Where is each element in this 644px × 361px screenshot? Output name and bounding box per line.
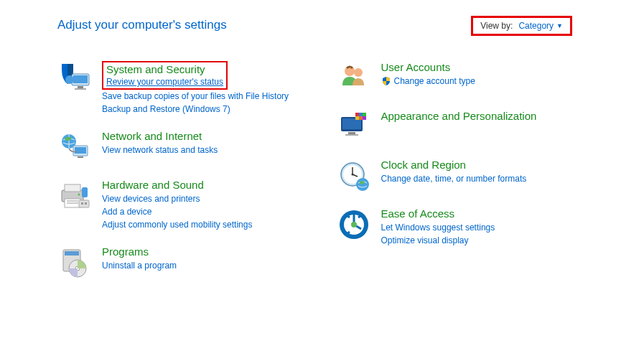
svg-rect-28	[345, 134, 358, 136]
category-clock: Clock and Region Change date, time, or n…	[337, 159, 587, 193]
svg-rect-16	[79, 200, 89, 207]
category-programs: Programs Uninstall a program	[57, 245, 308, 280]
category-system-security: System and Security Review your computer…	[57, 61, 308, 116]
ease-access-icon	[337, 207, 371, 242]
category-hardware: Hardware and Sound View devices and prin…	[57, 179, 308, 231]
svg-rect-31	[363, 113, 366, 116]
svg-rect-1	[73, 75, 88, 83]
svg-point-43	[351, 222, 357, 228]
network-globe-icon	[57, 130, 92, 164]
svg-rect-34	[363, 116, 366, 120]
category-title-hardware[interactable]: Hardware and Sound	[102, 179, 204, 191]
svg-rect-30	[359, 113, 363, 116]
view-by-control: View by: Category ▼	[471, 16, 572, 36]
link-devices-printers[interactable]: View devices and printers	[102, 192, 308, 205]
view-by-dropdown[interactable]: Category ▼	[518, 21, 563, 31]
disc-box-icon	[57, 245, 92, 280]
svg-rect-27	[348, 132, 355, 134]
svg-point-24	[354, 68, 363, 77]
category-title-ease[interactable]: Ease of Access	[381, 207, 455, 220]
view-by-value-text: Category	[518, 21, 554, 31]
printer-icon	[57, 179, 92, 213]
category-title-programs[interactable]: Programs	[102, 245, 149, 258]
svg-point-4	[65, 75, 74, 84]
link-backup-restore[interactable]: Backup and Restore (Windows 7)	[102, 103, 308, 116]
category-title-accounts[interactable]: User Accounts	[381, 61, 451, 73]
link-optimize-display[interactable]: Optimize visual display	[381, 234, 587, 247]
svg-rect-33	[359, 116, 363, 120]
category-network: Network and Internet View network status…	[57, 130, 308, 164]
svg-rect-3	[75, 88, 86, 90]
svg-rect-2	[78, 86, 83, 88]
category-title-system-security[interactable]: System and Security	[106, 63, 205, 75]
category-user-accounts: User Accounts Change account type	[337, 61, 587, 95]
monitor-swatch-icon	[337, 110, 371, 144]
category-title-network[interactable]: Network and Internet	[102, 130, 202, 142]
link-network-status[interactable]: View network status and tasks	[102, 144, 308, 156]
link-windows-suggest[interactable]: Let Windows suggest settings	[381, 221, 587, 234]
category-title-appearance[interactable]: Appearance and Personalization	[381, 110, 537, 122]
svg-rect-17	[81, 202, 83, 205]
uac-shield-icon	[381, 76, 391, 86]
category-appearance: Appearance and Personalization	[337, 110, 587, 144]
link-change-account[interactable]: Change account type	[394, 75, 475, 88]
view-by-label: View by:	[480, 21, 513, 31]
svg-rect-10	[65, 184, 80, 192]
svg-rect-32	[355, 116, 359, 120]
people-icon	[337, 61, 371, 95]
svg-rect-20	[65, 251, 79, 255]
svg-point-40	[356, 178, 369, 191]
svg-rect-7	[75, 147, 86, 154]
svg-point-14	[78, 194, 80, 196]
shield-monitor-icon	[57, 61, 92, 95]
clock-globe-icon	[337, 159, 371, 193]
link-mobility[interactable]: Adjust commonly used mobility settings	[102, 218, 308, 231]
chevron-down-icon: ▼	[556, 22, 563, 29]
link-review-status[interactable]: Review your computer's status	[106, 77, 223, 87]
category-ease-access: Ease of Access Let Windows suggest setti…	[337, 207, 587, 247]
svg-rect-18	[85, 202, 87, 205]
svg-rect-26	[342, 118, 361, 129]
link-add-device[interactable]: Add a device	[102, 205, 308, 218]
page-title: Adjust your computer's settings	[57, 18, 227, 32]
svg-rect-29	[355, 113, 359, 116]
svg-rect-15	[82, 187, 88, 197]
category-title-clock[interactable]: Clock and Region	[381, 159, 466, 171]
link-uninstall[interactable]: Uninstall a program	[102, 259, 308, 272]
link-date-time[interactable]: Change date, time, or number formats	[381, 172, 587, 185]
highlight-system-security: System and Security Review your computer…	[102, 61, 228, 90]
link-file-history[interactable]: Save backup copies of your files with Fi…	[102, 90, 308, 103]
svg-point-39	[351, 174, 353, 176]
svg-rect-8	[78, 156, 83, 158]
